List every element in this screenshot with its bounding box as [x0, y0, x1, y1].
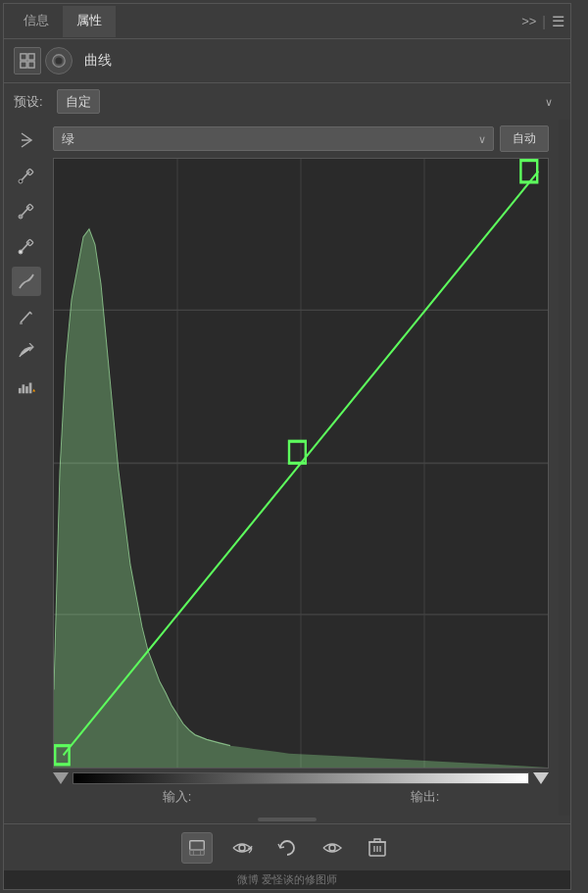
svg-point-12 — [19, 215, 23, 219]
tools-sidebar — [4, 120, 49, 816]
tab-info[interactable]: 信息 — [10, 6, 63, 37]
smooth-tool-btn[interactable] — [12, 337, 41, 367]
channel-select[interactable]: RGB 红 绿 蓝 — [53, 126, 494, 151]
output-label: 输出: — [411, 788, 440, 806]
input-label: 输入: — [163, 788, 192, 806]
svg-point-39 — [329, 845, 335, 851]
drag-handle[interactable] — [258, 818, 317, 821]
svg-marker-23 — [32, 389, 35, 392]
white-point-triangle[interactable] — [533, 772, 549, 784]
tab-bar: 信息 属性 >> | ☰ — [4, 4, 570, 39]
svg-rect-2 — [21, 62, 26, 68]
svg-rect-19 — [19, 388, 22, 393]
expand-icon[interactable]: >> — [521, 14, 536, 28]
input-item: 输入: — [163, 788, 192, 806]
svg-rect-20 — [23, 384, 25, 393]
eyedropper3-btn[interactable] — [12, 231, 41, 261]
preset-row: 预设: 自定 — [4, 83, 570, 120]
eyedropper2-btn[interactable] — [12, 196, 41, 225]
tool-section: 曲线 — [4, 39, 570, 83]
delete-btn[interactable] — [362, 832, 393, 864]
curve-svg — [54, 159, 548, 768]
pencil-tool-icon — [18, 308, 35, 325]
arrow-tool-btn[interactable] — [12, 125, 41, 155]
gradient-bar — [73, 772, 529, 784]
circle-icon-btn[interactable] — [45, 47, 73, 74]
eyedropper3-icon — [18, 237, 35, 255]
main-area: RGB 红 绿 蓝 自动 — [4, 120, 570, 816]
svg-point-5 — [55, 57, 62, 64]
svg-rect-0 — [21, 54, 26, 60]
svg-rect-34 — [190, 840, 205, 849]
channel-select-wrapper: RGB 红 绿 蓝 — [53, 126, 494, 151]
svg-rect-31 — [520, 161, 537, 182]
tab-properties[interactable]: 属性 — [63, 6, 116, 37]
clip-to-below-btn[interactable] — [181, 832, 213, 864]
grid-icon — [20, 53, 35, 69]
svg-point-9 — [19, 179, 23, 183]
circle-icon — [51, 53, 67, 69]
svg-rect-35 — [190, 849, 205, 854]
watermark: 微博 爱怪谈的修图师 — [4, 870, 570, 889]
io-row: 输入: 输出: — [53, 784, 549, 810]
preset-select[interactable]: 自定 — [57, 89, 100, 114]
channel-row: RGB 红 绿 蓝 自动 — [53, 125, 549, 152]
tab-actions: >> | ☰ — [521, 13, 564, 30]
smooth-tool-icon — [18, 343, 35, 361]
svg-rect-3 — [28, 62, 34, 68]
eye-toggle-btn[interactable] — [317, 832, 348, 864]
curve-graph[interactable] — [53, 158, 549, 769]
bottom-toolbar — [4, 823, 570, 870]
eye-icon — [321, 840, 343, 856]
eyedropper1-btn[interactable] — [12, 161, 41, 190]
scrollbar[interactable] — [559, 120, 570, 816]
svg-point-15 — [19, 250, 23, 254]
delete-icon — [368, 838, 386, 858]
curve-tool-btn[interactable] — [12, 267, 41, 296]
auto-button[interactable]: 自动 — [500, 125, 549, 152]
divider: | — [542, 14, 546, 29]
black-point-triangle[interactable] — [53, 772, 69, 784]
reset-icon — [276, 837, 298, 859]
svg-line-16 — [21, 312, 30, 322]
eye-view-icon — [231, 839, 253, 857]
menu-icon[interactable]: ☰ — [552, 13, 564, 30]
svg-rect-21 — [25, 386, 28, 393]
visibility-btn[interactable] — [226, 832, 258, 864]
grid-icon-btn[interactable] — [14, 47, 41, 74]
clip-to-below-icon — [187, 838, 207, 858]
svg-rect-22 — [29, 383, 32, 394]
arrow-tool-icon — [18, 131, 35, 149]
curve-area: RGB 红 绿 蓝 自动 — [49, 120, 559, 816]
svg-point-38 — [239, 845, 245, 851]
gradient-bar-container — [53, 772, 549, 784]
eyedropper2-icon — [18, 202, 35, 220]
histogram-tool-btn[interactable] — [12, 372, 41, 402]
pencil-tool-btn[interactable] — [12, 302, 41, 331]
reset-btn[interactable] — [271, 832, 303, 864]
output-item: 输出: — [411, 788, 440, 806]
panel-title: 曲线 — [84, 52, 112, 70]
curve-tool-icon — [18, 273, 35, 290]
svg-rect-1 — [28, 54, 34, 60]
preset-label: 预设: — [14, 93, 49, 111]
histogram-tool-icon — [18, 378, 35, 396]
preset-select-wrapper: 自定 — [57, 89, 561, 114]
eyedropper1-icon — [18, 167, 35, 184]
